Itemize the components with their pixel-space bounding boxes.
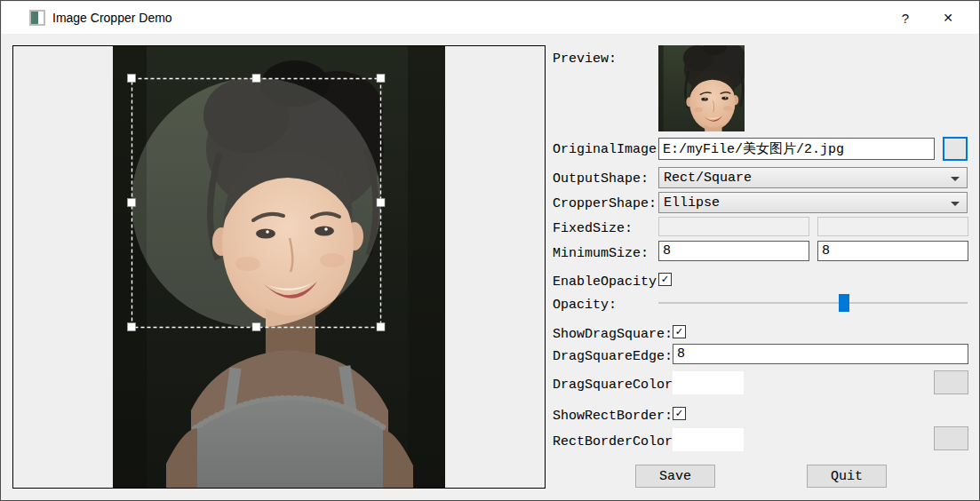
browse-button[interactable]	[943, 137, 968, 161]
output-shape-value: Rect/Square	[664, 171, 752, 186]
crop-ellipse[interactable]	[131, 78, 381, 328]
cropper-shape-label: CropperShape:	[553, 196, 657, 211]
drag-handle-mid-left[interactable]	[128, 199, 136, 207]
enable-opacity-label: EnableOpacity:	[553, 274, 665, 290]
preview-image	[658, 45, 745, 131]
fixed-size-height-input	[817, 217, 968, 236]
drag-handle-bottom-right[interactable]	[377, 323, 385, 331]
fixed-size-width-input	[658, 217, 809, 236]
drag-handle-mid-right[interactable]	[377, 199, 385, 207]
close-button[interactable]: ✕	[928, 2, 968, 34]
opacity-label: Opacity:	[553, 298, 617, 313]
opacity-slider-handle[interactable]	[839, 294, 849, 312]
enable-opacity-checkbox[interactable]: ✓	[658, 273, 672, 286]
quit-button[interactable]: Quit	[807, 465, 887, 488]
app-icon	[29, 10, 45, 26]
chevron-down-icon	[951, 202, 960, 206]
drag-square-color-swatch	[673, 371, 744, 394]
drag-handle-bottom-mid[interactable]	[252, 323, 260, 331]
source-photo	[113, 46, 445, 488]
drag-handle-top-right[interactable]	[377, 75, 385, 83]
cropper-shape-select[interactable]: Ellipse	[658, 192, 968, 213]
show-rect-border-checkbox[interactable]: ✓	[673, 407, 686, 420]
drag-handle-top-left[interactable]	[128, 75, 136, 83]
show-drag-square-checkbox[interactable]: ✓	[673, 325, 686, 338]
app-window: Image Cropper Demo ? ✕	[0, 0, 980, 501]
preview-label: Preview:	[553, 52, 617, 67]
rect-border-color-button[interactable]	[934, 426, 968, 450]
rect-border-color-swatch	[673, 428, 744, 451]
cropper-panel	[12, 45, 546, 489]
opacity-slider-groove[interactable]	[658, 302, 968, 304]
original-image-input[interactable]	[658, 138, 935, 160]
minimum-size-width-input[interactable]	[658, 241, 809, 261]
original-image-label: OriginalImage:	[553, 142, 665, 157]
rect-border-color-label: RectBorderColor:	[553, 434, 681, 449]
fixed-size-label: FixedSize:	[553, 221, 633, 236]
output-shape-label: OutputShape:	[553, 171, 649, 187]
drag-handle-bottom-left[interactable]	[128, 323, 136, 331]
drag-handle-top-mid[interactable]	[252, 75, 260, 83]
drag-square-edge-input[interactable]	[673, 344, 968, 364]
save-button[interactable]: Save	[635, 465, 715, 488]
minimum-size-label: MinimumSize:	[553, 246, 649, 261]
show-drag-square-label: ShowDragSquare:	[553, 327, 673, 342]
drag-square-edge-label: DragSquareEdge:	[553, 349, 673, 364]
minimum-size-height-input[interactable]	[817, 241, 968, 261]
photo-stage	[113, 46, 445, 488]
drag-square-color-button[interactable]	[934, 370, 968, 394]
show-rect-border-label: ShowRectBorder:	[553, 409, 673, 424]
title-bar: Image Cropper Demo ? ✕	[2, 2, 978, 34]
drag-square-color-label: DragSquareColor:	[553, 378, 681, 393]
opacity-slider[interactable]	[658, 294, 968, 312]
output-shape-select[interactable]: Rect/Square	[658, 167, 968, 188]
window-title: Image Cropper Demo	[52, 11, 172, 25]
help-button[interactable]: ?	[886, 2, 925, 34]
cropper-shape-value: Ellipse	[664, 195, 720, 211]
chevron-down-icon	[951, 177, 960, 181]
